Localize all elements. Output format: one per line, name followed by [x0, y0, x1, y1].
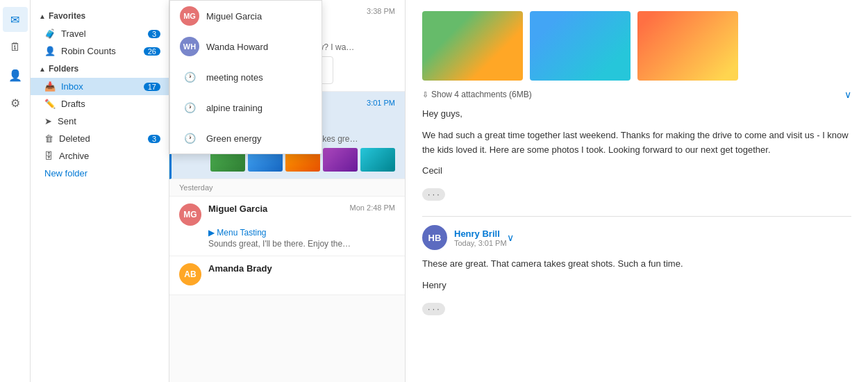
travel-icon: 🧳 — [44, 28, 56, 39]
reply-sender-name: Henry Brill — [454, 229, 507, 239]
sidebar-item-drafts[interactable]: ✏️ Drafts — [31, 95, 169, 113]
email-body: Hey guys, We had such a great time toget… — [422, 107, 851, 178]
rp-photo-1 — [422, 11, 523, 81]
signature: Cecil — [422, 164, 851, 178]
sidebar-item-deleted-label: Deleted — [59, 133, 148, 144]
mail-icon[interactable]: ✉ — [3, 7, 28, 32]
inbox-badge: 17 — [144, 83, 160, 91]
reply-message-header: HB Henry Brill Today, 3:01 PM ∨ — [422, 225, 851, 250]
email-time-henry: 3:01 PM — [367, 99, 395, 107]
new-folder-link[interactable]: New folder — [31, 165, 169, 182]
message-divider — [422, 216, 851, 217]
folders-chevron-icon: ▲ — [39, 65, 46, 73]
dropdown-history-alpine[interactable]: 🕐 alpine training — [170, 92, 322, 123]
avatar-wanda: WH — [180, 37, 199, 56]
sidebar: ▲ Favorites 🧳 Travel 3 👤 Robin Counts 26… — [31, 0, 169, 382]
dropdown-name-miguel: Miguel Garcia — [206, 11, 262, 22]
reply-sent-time: Today, 3:01 PM — [454, 239, 507, 247]
email-sender-amanda: Amanda Brady — [208, 263, 395, 274]
sidebar-item-archive[interactable]: 🗄 Archive — [31, 147, 169, 165]
sidebar-item-robin-counts-label: Robin Counts — [61, 46, 144, 56]
clock-icon-2: 🕐 — [180, 98, 199, 117]
icon-bar: ✉ 🗓 👤 ⚙ — [0, 0, 31, 382]
sidebar-item-travel[interactable]: 🧳 Travel 3 — [31, 25, 169, 42]
greeting: Hey guys, — [422, 107, 851, 122]
dropdown-history-green-label: Green energy — [206, 133, 262, 144]
deleted-badge: 3 — [148, 135, 160, 143]
email-preview-miguel: Sounds great, I'll be there. Enjoy the… — [208, 239, 395, 249]
download-icon: ⇩ — [422, 90, 428, 99]
sidebar-item-inbox[interactable]: 📥 Inbox 17 — [31, 78, 169, 95]
sidebar-item-robin-counts[interactable]: 👤 Robin Counts 26 — [31, 42, 169, 60]
email-sender-miguel: Miguel Garcia — [208, 204, 350, 214]
email-subject-miguel: ▶ Menu Tasting — [208, 228, 395, 238]
robin-counts-badge: 26 — [144, 47, 160, 56]
sidebar-item-inbox-label: Inbox — [61, 81, 144, 92]
dropdown-history-meeting-label: meeting notes — [206, 72, 263, 83]
sidebar-item-archive-label: Archive — [59, 151, 160, 161]
sidebar-item-deleted[interactable]: 🗑 Deleted 3 — [31, 130, 169, 147]
thumb-5 — [360, 148, 395, 172]
favorites-chevron-icon: ▲ — [39, 13, 46, 20]
attachments-label: Show 4 attachments (6MB) — [431, 90, 532, 99]
reply-collapse-button[interactable]: ∨ — [507, 232, 514, 243]
thumb-4 — [323, 148, 358, 172]
dropdown-name-wanda: Wanda Howard — [206, 42, 268, 52]
favorites-section[interactable]: ▲ Favorites — [31, 7, 169, 25]
calendar-icon[interactable]: 🗓 — [3, 35, 28, 60]
inbox-icon: 📥 — [44, 81, 56, 92]
folders-section[interactable]: ▲ Folders — [31, 60, 169, 78]
reply-expand-dots-button[interactable]: · · · — [422, 303, 445, 315]
person-icon: 👤 — [44, 46, 56, 56]
attachments-row — [422, 11, 851, 81]
search-dropdown: MG Miguel Garcia WH Wanda Howard 🕐 meeti… — [169, 0, 322, 154]
reading-pane: ⇩ Show 4 attachments (6MB) ∨ Hey guys, W… — [406, 0, 868, 382]
avatar-henry-reply: HB — [422, 225, 447, 250]
email-time-colin: 3:38 PM — [367, 7, 395, 15]
sidebar-item-sent-label: Sent — [58, 116, 160, 126]
sidebar-item-travel-label: Travel — [61, 28, 148, 39]
reply-body-text: These are great. That camera takes great… — [422, 257, 851, 272]
rp-photo-3 — [637, 11, 738, 81]
dropdown-contact-wanda[interactable]: WH Wanda Howard — [170, 31, 322, 62]
dropdown-history-green[interactable]: 🕐 Green energy — [170, 123, 322, 153]
avatar-miguel: MG — [180, 6, 199, 26]
dropdown-history-alpine-label: alpine training — [206, 103, 262, 113]
yesterday-divider: Yesterday — [169, 179, 405, 197]
clock-icon: 🕐 — [180, 67, 199, 87]
people-icon[interactable]: 👤 — [3, 63, 28, 88]
sent-icon: ➤ — [44, 116, 52, 126]
email-item-miguel[interactable]: MG Miguel Garcia Mon 2:48 PM ▶ Menu Tast… — [169, 197, 405, 256]
email-time-miguel: Mon 2:48 PM — [350, 204, 395, 212]
reply-signature: Henry — [422, 279, 851, 293]
show-attachments[interactable]: ⇩ Show 4 attachments (6MB) ∨ — [422, 89, 851, 100]
drafts-icon: ✏️ — [44, 99, 56, 109]
rp-photo-2 — [530, 11, 631, 81]
sidebar-item-sent[interactable]: ➤ Sent — [31, 113, 169, 130]
clock-icon-3: 🕐 — [180, 128, 199, 148]
folders-label: Folders — [49, 64, 78, 74]
email-item-amanda[interactable]: AB Amanda Brady — [169, 256, 405, 295]
archive-icon: 🗄 — [44, 151, 53, 161]
reply-body: These are great. That camera takes great… — [422, 257, 851, 293]
deleted-icon: 🗑 — [44, 133, 53, 144]
travel-badge: 3 — [148, 30, 160, 38]
sidebar-item-drafts-label: Drafts — [61, 99, 160, 109]
collapse-icon[interactable]: ∨ — [844, 89, 851, 100]
body-paragraph: We had such a great time together last w… — [422, 128, 851, 158]
settings-icon[interactable]: ⚙ — [3, 90, 28, 115]
avatar-miguel-list: MG — [179, 204, 201, 226]
expand-dots-button[interactable]: · · · — [422, 188, 445, 201]
dropdown-history-meeting[interactable]: 🕐 meeting notes — [170, 62, 322, 92]
avatar-amanda: AB — [179, 263, 201, 285]
favorites-label: Favorites — [49, 11, 85, 21]
dropdown-contact-miguel[interactable]: MG Miguel Garcia — [170, 1, 322, 31]
